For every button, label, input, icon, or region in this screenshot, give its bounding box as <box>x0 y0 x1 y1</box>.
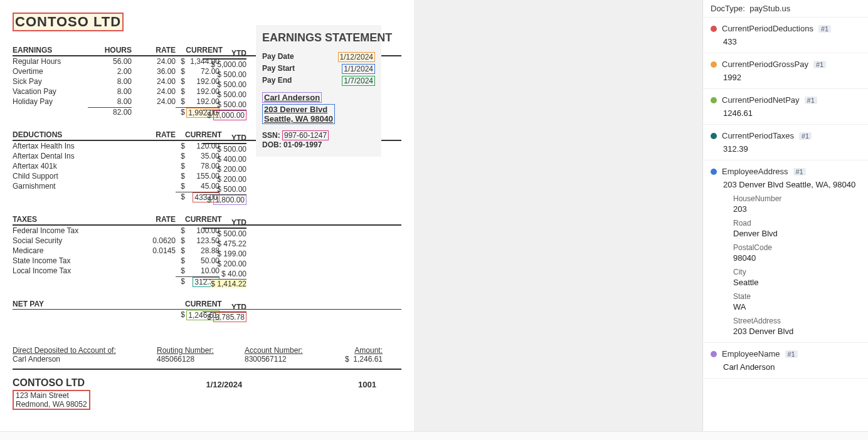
canvas-background[interactable] <box>414 0 702 431</box>
statement-title: EARNINGS STATEMENT <box>262 31 375 45</box>
field-color-dot <box>711 97 717 103</box>
subfield: StreetAddress203 Denver Blvd <box>733 317 860 336</box>
field-block[interactable]: CurrentPeriodTaxes#1312.39 <box>703 125 868 160</box>
employee-name-box: Carl Anderson <box>262 92 322 103</box>
footer: CONTOSO LTD 123 Main Street Redmond, WA … <box>13 377 401 410</box>
field-block[interactable]: EmployeeName#1Carl Anderson <box>703 343 868 379</box>
field-name: CurrentPeriodDeductions <box>722 24 813 33</box>
field-color-dot <box>711 133 717 139</box>
subfield: PostalCode98040 <box>733 243 860 263</box>
field-value: 312.39 <box>723 144 860 154</box>
field-block[interactable]: EmployeeAddress#1203 Denver Blvd Seattle… <box>703 160 868 343</box>
subfield: StateWA <box>733 292 860 312</box>
field-block[interactable]: CurrentPeriodDeductions#1433 <box>703 18 868 53</box>
field-color-dot <box>711 169 717 175</box>
document-preview[interactable]: CONTOSO LTD EARNINGS HOURS RATE CURRENT … <box>0 0 414 431</box>
company-title: CONTOSO LTD <box>13 13 124 31</box>
field-name: CurrentPeriodTaxes <box>722 131 794 140</box>
field-badge[interactable]: #1 <box>813 61 826 68</box>
statement-box: EARNINGS STATEMENT Pay Date1/12/2024 Pay… <box>256 25 381 157</box>
netpay-ytd: 3,785.78 <box>213 312 246 322</box>
field-value: 203 Denver Blvd Seattle, WA, 98040 <box>723 180 860 189</box>
field-value: 433 <box>723 37 860 46</box>
field-value: 1992 <box>723 73 860 82</box>
field-badge[interactable]: #1 <box>805 97 817 104</box>
field-value: Carl Anderson <box>723 362 860 372</box>
field-color-dot <box>711 61 717 68</box>
field-block[interactable]: CurrentPeriodGrossPay#11992 <box>703 53 868 89</box>
dob: DOB: 01-09-1997 <box>262 140 375 149</box>
field-block[interactable]: CurrentPeriodNetPay#11246.61 <box>703 89 868 125</box>
gross-pay-ytd: 7,000.00 <box>213 110 246 120</box>
main-content: CONTOSO LTD EARNINGS HOURS RATE CURRENT … <box>0 0 702 431</box>
field-name: EmployeeAddress <box>722 167 788 176</box>
bottom-toolbar[interactable] <box>0 431 868 440</box>
pay-start: 1/1/2024 <box>342 64 375 74</box>
field-badge[interactable]: #1 <box>793 168 806 175</box>
field-name: CurrentPeriodGrossPay <box>722 60 808 69</box>
pay-date: 1/12/2024 <box>338 52 375 62</box>
field-color-dot <box>711 26 717 32</box>
subfield: RoadDenver Blvd <box>733 219 860 238</box>
deposit-section: Direct Deposited to Account of: Routing … <box>13 346 401 364</box>
doctype-row: DocType: payStub.us <box>703 0 868 18</box>
footer-date: 1/12/2024 <box>206 380 242 389</box>
field-badge[interactable]: #1 <box>799 132 812 140</box>
deductions-ytd: 1,800.00 <box>213 195 246 205</box>
extraction-panel[interactable]: DocType: payStub.us CurrentPeriodDeducti… <box>702 0 868 431</box>
footer-company: CONTOSO LTD <box>13 377 90 389</box>
subfield: CitySeattle <box>733 268 860 287</box>
employee-address-box: 203 Denver Blvd Seattle, WA 98040 <box>262 104 335 124</box>
employer-address: 123 Main Street Redmond, WA 98052 <box>13 390 90 410</box>
field-color-dot <box>711 351 717 357</box>
field-name: EmployeeName <box>722 349 780 359</box>
ssn: 997-60-1247 <box>282 130 329 140</box>
subfield: HouseNumber203 <box>733 194 860 214</box>
pay-end: 1/7/2024 <box>342 76 375 86</box>
field-badge[interactable]: #1 <box>818 25 831 33</box>
field-name: CurrentPeriodNetPay <box>722 95 800 105</box>
field-badge[interactable]: #1 <box>785 350 798 358</box>
taxes-ytd: 1,414.22 <box>217 280 246 288</box>
footer-check-number: 1001 <box>358 380 376 389</box>
field-value: 1246.61 <box>723 108 860 118</box>
